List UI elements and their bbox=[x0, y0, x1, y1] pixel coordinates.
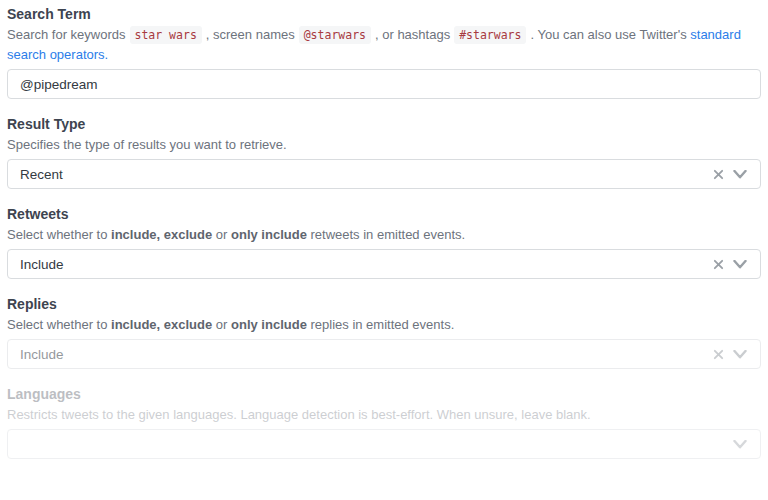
description-text: , screen names bbox=[206, 27, 295, 42]
description-bold-text: only include bbox=[231, 317, 307, 332]
field-description-result-type: Specifies the type of results you want t… bbox=[7, 135, 761, 154]
field-search-term: Search Term Search for keywordsstar wars… bbox=[7, 6, 761, 99]
x-icon[interactable] bbox=[713, 259, 724, 270]
description-text: Specifies the type of results you want t… bbox=[7, 137, 287, 152]
retweets-select[interactable]: Include bbox=[7, 249, 761, 279]
inline-link[interactable]: standard bbox=[690, 27, 741, 42]
search-term-input-value: @pipedream bbox=[20, 77, 748, 92]
field-description-languages: Restricts tweets to the given languages.… bbox=[7, 405, 761, 424]
inline-link[interactable]: search operators. bbox=[7, 47, 108, 62]
select-icons bbox=[733, 440, 748, 449]
description-text: , or hashtags bbox=[375, 27, 450, 42]
field-description-search-term: Search for keywordsstar wars, screen nam… bbox=[7, 25, 761, 64]
replies-select-value: Include bbox=[20, 347, 713, 362]
chevron-down-icon bbox=[733, 440, 747, 449]
config-form: Search Term Search for keywordsstar wars… bbox=[0, 0, 768, 459]
result-type-select[interactable]: Recent bbox=[7, 159, 761, 189]
description-text: Select whether to bbox=[7, 227, 111, 242]
description-bold-text: only include bbox=[231, 227, 307, 242]
field-label-languages: Languages bbox=[7, 386, 761, 403]
description-text: Select whether to bbox=[7, 317, 111, 332]
field-label-search-term: Search Term bbox=[7, 6, 761, 23]
field-description-retweets: Select whether to include, exclude or on… bbox=[7, 225, 761, 244]
description-text: retweets in emitted events. bbox=[307, 227, 465, 242]
field-description-replies: Select whether to include, exclude or on… bbox=[7, 315, 761, 334]
description-text: or bbox=[212, 227, 231, 242]
field-retweets: Retweets Select whether to include, excl… bbox=[7, 206, 761, 279]
field-label-replies: Replies bbox=[7, 296, 761, 313]
chevron-down-icon[interactable] bbox=[733, 170, 747, 179]
x-icon[interactable] bbox=[713, 169, 724, 180]
select-icons bbox=[713, 349, 748, 360]
description-text: . You can also use Twitter's bbox=[530, 27, 690, 42]
search-term-input[interactable]: @pipedream bbox=[7, 69, 761, 99]
replies-select[interactable]: Include bbox=[7, 339, 761, 369]
field-label-result-type: Result Type bbox=[7, 116, 761, 133]
select-icons bbox=[713, 259, 748, 270]
select-icons bbox=[713, 169, 748, 180]
retweets-select-value: Include bbox=[20, 257, 713, 272]
description-text: Restricts tweets to the given languages.… bbox=[7, 407, 591, 422]
code-chip: @starwars bbox=[299, 26, 371, 44]
x-icon[interactable] bbox=[713, 349, 724, 360]
code-chip: #starwars bbox=[454, 26, 526, 44]
description-text: replies in emitted events. bbox=[307, 317, 454, 332]
description-text: or bbox=[212, 317, 231, 332]
description-bold-text: exclude bbox=[164, 227, 212, 242]
description-bold-text: exclude bbox=[164, 317, 212, 332]
chevron-down-icon[interactable] bbox=[733, 350, 747, 359]
description-bold-text: include, bbox=[111, 227, 160, 242]
result-type-select-value: Recent bbox=[20, 167, 713, 182]
code-chip: star wars bbox=[130, 26, 202, 44]
description-bold-text: include, bbox=[111, 317, 160, 332]
field-result-type: Result Type Specifies the type of result… bbox=[7, 116, 761, 189]
field-label-retweets: Retweets bbox=[7, 206, 761, 223]
field-languages: Languages Restricts tweets to the given … bbox=[7, 386, 761, 459]
field-replies: Replies Select whether to include, exclu… bbox=[7, 296, 761, 369]
description-text: Search for keywords bbox=[7, 27, 126, 42]
languages-select bbox=[7, 429, 761, 459]
chevron-down-icon[interactable] bbox=[733, 260, 747, 269]
